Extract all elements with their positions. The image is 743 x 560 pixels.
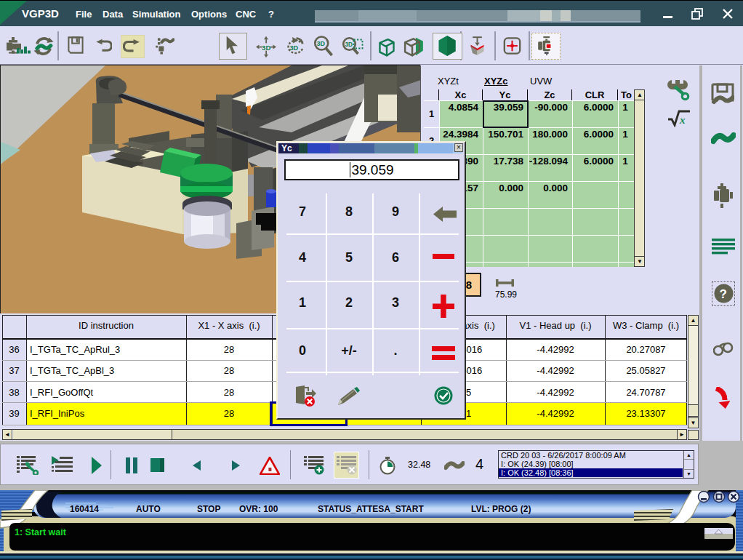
svg-text:160414: 160414 — [70, 504, 99, 514]
svg-text:STATUS_ATTESA_START: STATUS_ATTESA_START — [318, 504, 424, 514]
svg-text:3D: 3D — [262, 44, 270, 52]
svg-text:OVR: 100: OVR: 100 — [239, 504, 278, 514]
svg-text:STOP: STOP — [197, 504, 220, 514]
svg-text:LVL: PROG (2): LVL: PROG (2) — [471, 504, 531, 514]
svg-text:?: ? — [720, 287, 727, 301]
svg-text:1: Start wait: 1: Start wait — [15, 527, 67, 537]
svg-text:3D: 3D — [345, 41, 353, 48]
svg-text:AUTO: AUTO — [136, 504, 161, 514]
svg-text:3D: 3D — [317, 40, 326, 47]
svg-text:3D: 3D — [289, 44, 298, 52]
svg-text:x: x — [679, 114, 686, 126]
